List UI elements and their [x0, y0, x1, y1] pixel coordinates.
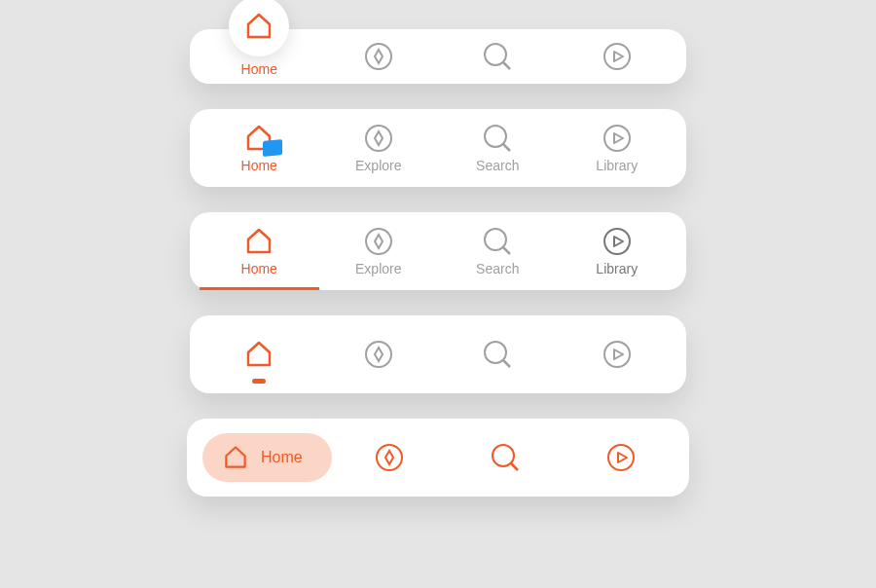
nav-item-explore[interactable]: Explore — [319, 109, 439, 187]
active-dot — [252, 379, 266, 384]
nav-item-explore[interactable]: Explore — [319, 212, 439, 290]
nav-item-library[interactable]: Library — [558, 109, 677, 187]
nav-label-home: Home — [241, 61, 277, 77]
navbar-floating: Home — [190, 29, 686, 84]
explore-icon — [363, 41, 394, 72]
home-icon — [222, 444, 249, 471]
play-icon — [602, 41, 633, 72]
nav-rest — [332, 442, 679, 473]
nav-item-home[interactable]: Home — [200, 109, 319, 187]
nav-item-home[interactable]: Home — [202, 433, 332, 482]
explore-icon — [363, 339, 394, 370]
nav-label-library: Library — [596, 261, 638, 276]
nav-item-explore[interactable] — [319, 315, 439, 393]
nav-item-search[interactable]: Search — [438, 212, 558, 290]
home-icon — [243, 11, 274, 42]
search-icon — [482, 123, 513, 154]
nav-label-home: Home — [261, 449, 303, 466]
nav-label-explore: Explore — [355, 261, 401, 276]
navbar-labeled-badge: Home Explore Search Library — [190, 109, 686, 187]
play-icon — [602, 339, 633, 370]
search-icon — [482, 226, 513, 257]
nav-item-search[interactable]: Search — [438, 109, 558, 187]
play-icon — [605, 442, 637, 473]
nav-item-search[interactable] — [438, 29, 558, 84]
search-icon — [482, 41, 513, 72]
nav-label-home: Home — [241, 261, 277, 276]
search-icon — [482, 339, 513, 370]
nav-label-home: Home — [241, 158, 277, 173]
nav-item-library[interactable] — [605, 442, 637, 473]
nav-label-library: Library — [596, 158, 638, 173]
home-icon — [243, 339, 274, 370]
nav-item-home[interactable]: Home — [200, 212, 319, 290]
search-icon — [490, 442, 521, 473]
navbar-pill: Home — [187, 419, 689, 496]
active-underline — [200, 287, 319, 290]
home-icon — [243, 226, 274, 257]
play-icon — [602, 123, 633, 154]
nav-item-search[interactable] — [438, 315, 558, 393]
nav-item-home[interactable] — [200, 315, 319, 393]
nav-label-search: Search — [476, 261, 519, 276]
nav-item-library[interactable] — [558, 29, 677, 84]
nav-item-explore[interactable] — [374, 442, 405, 473]
nav-item-home[interactable]: Home — [200, 29, 319, 84]
floating-selected-bubble — [229, 0, 289, 56]
explore-icon — [363, 123, 394, 154]
nav-item-explore[interactable] — [319, 29, 439, 84]
nav-item-library[interactable]: Library — [558, 212, 677, 290]
nav-label-explore: Explore — [355, 158, 401, 173]
nav-item-library[interactable] — [558, 315, 677, 393]
icon-wrap — [243, 123, 274, 154]
play-icon — [602, 226, 633, 257]
navbar-underline: Home Explore Search Library — [190, 212, 686, 290]
navbar-dot — [190, 315, 686, 393]
nav-item-search[interactable] — [490, 442, 521, 473]
explore-icon — [363, 226, 394, 257]
explore-icon — [374, 442, 405, 473]
notification-badge — [263, 139, 282, 157]
nav-label-search: Search — [476, 158, 519, 173]
